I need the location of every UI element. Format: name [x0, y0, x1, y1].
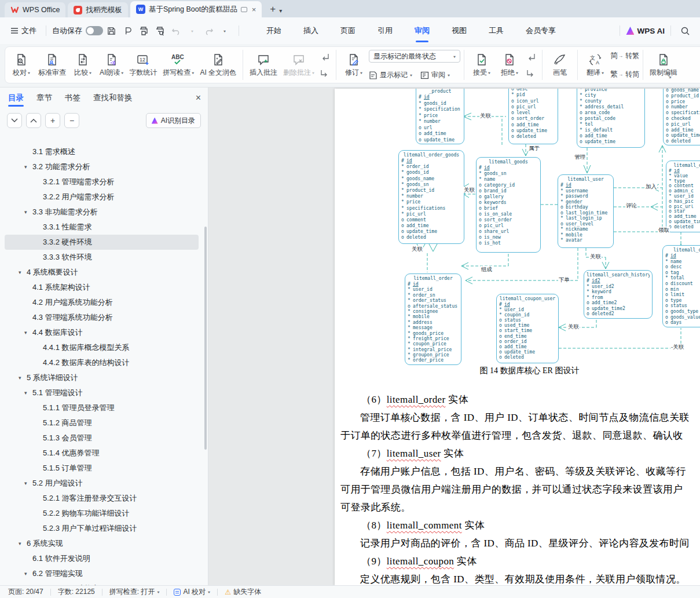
toc-collapse-icon[interactable]: ▾	[24, 209, 32, 215]
toc-item[interactable]: ▾4.4 数据库设计	[5, 325, 199, 340]
read-mode-icon[interactable]	[241, 7, 247, 12]
ai-recognize-toc-button[interactable]: AI识别目录	[146, 113, 201, 128]
menu-item[interactable]: 页面	[335, 23, 361, 38]
file-menu-button[interactable]: 文件	[7, 23, 40, 38]
toc-collapse-icon[interactable]: ▾	[19, 269, 27, 275]
menu-item[interactable]: 审阅	[409, 23, 435, 38]
toc-collapse-icon[interactable]: ▾	[24, 571, 32, 577]
sidebar-tab-sections[interactable]: 章节	[35, 89, 53, 107]
toc-item[interactable]: ▾3.3 非功能需求分析	[5, 205, 199, 220]
spell-check-button[interactable]: ABC 拼写检查▾	[160, 48, 197, 82]
toc-collapse-icon[interactable]: ▾	[24, 480, 32, 486]
wps-ai-button[interactable]: WPS AI	[626, 27, 665, 35]
toc-collapse-icon[interactable]: ▾	[24, 164, 32, 170]
toc-item[interactable]: ▾6.2 管理端实现	[5, 566, 199, 581]
sidebar-tab-bookmarks[interactable]: 书签	[64, 89, 82, 107]
toc-item[interactable]: 4.1 系统架构设计	[5, 280, 199, 295]
toc-item[interactable]: 3.3.1 性能需求	[5, 220, 199, 235]
print-preview-button[interactable]	[152, 23, 167, 38]
review-pane-button[interactable]: 审阅▾	[420, 70, 450, 80]
word-count-button[interactable]: 12 字数统计	[126, 48, 160, 82]
reject-change-button[interactable]: 拒绝▾	[496, 48, 523, 82]
toc-item[interactable]: 4.4.1 数据库概念模型关系	[5, 340, 199, 355]
toc-item[interactable]: ▾6 系统实现	[5, 536, 199, 551]
ai-polish-button[interactable]: AI 全文润色	[197, 48, 239, 82]
toc-item[interactable]: 5.2.1 游客注册登录交互设计	[5, 491, 199, 506]
next-comment-button[interactable]	[318, 67, 331, 79]
accept-change-button[interactable]: 接受▾	[468, 48, 496, 82]
ink-pen-button[interactable]: 画笔	[546, 48, 574, 82]
toc-item[interactable]: 6.1 软件开发说明	[5, 551, 199, 566]
autosave-toggle[interactable]	[86, 26, 103, 35]
next-change-button[interactable]	[525, 67, 537, 79]
toc-item[interactable]: 4.3 管理端系统功能分析	[5, 310, 199, 325]
toc-item[interactable]: 6.2.1 登录功能实现	[5, 581, 199, 585]
toc-expand-all-button[interactable]	[7, 113, 22, 128]
insert-comment-button[interactable]: 插入批注	[247, 48, 280, 82]
print-button[interactable]	[136, 23, 151, 38]
toc-item[interactable]: 3.3.2 硬件环境	[5, 235, 199, 250]
save-button[interactable]	[104, 23, 119, 38]
tab-list-caret-icon[interactable]: ▾	[279, 8, 282, 14]
ai-proofread-status[interactable]: AI 校对▾	[174, 587, 210, 597]
toc-item[interactable]: ▾5.1 管理端设计	[5, 385, 199, 400]
menu-item[interactable]: 工具	[483, 23, 510, 38]
toc-item[interactable]: 3.2.1 管理端需求分析	[5, 174, 199, 189]
missing-font-warning[interactable]: ⚠ 缺失字体	[225, 587, 261, 597]
toc-collapse-icon[interactable]: ▾	[24, 330, 32, 336]
toc-item[interactable]: ▾5 系统详细设计	[5, 370, 199, 385]
tab-document[interactable]: W 基于Spring Boot的蛋糕甜品 ×	[130, 1, 262, 17]
toc-item[interactable]: ▾3.2 功能需求分析	[5, 159, 199, 174]
toc-item[interactable]: 3.2.2 用户端需求分析	[5, 189, 199, 205]
tab-docer[interactable]: 找稻壳模板	[68, 2, 128, 17]
toc-item[interactable]: ▾5.2 用户端设计	[5, 476, 199, 491]
menu-item[interactable]: 开始	[261, 23, 287, 38]
compare-button[interactable]: 比较▾	[69, 48, 97, 82]
dialog-launcher-icon[interactable]: ↘	[666, 72, 672, 80]
show-markup-button[interactable]: 显示标记▾	[369, 70, 412, 80]
document-page[interactable]: _product#id*goods_id*specification*price…	[335, 89, 700, 585]
toc-collapse-all-button[interactable]	[26, 113, 41, 128]
redo-caret-icon[interactable]: ▾	[217, 23, 232, 38]
toc-item[interactable]: 5.2.3 用户下单过程详细设计	[5, 521, 199, 536]
close-sidebar-icon[interactable]: ×	[196, 93, 201, 103]
toc-item[interactable]: 3.1 需求概述	[5, 144, 199, 159]
translate-button[interactable]: 文A 翻译▾	[581, 48, 609, 82]
sidebar-tab-find-replace[interactable]: 查找和替换	[92, 89, 134, 107]
close-tab-icon[interactable]: ×	[252, 5, 256, 14]
toc-item[interactable]: 5.1.2 商品管理	[5, 415, 199, 431]
toc-zoom-out-button[interactable]: −	[64, 113, 79, 128]
toc-item[interactable]: ▾4 系统概要设计	[5, 265, 199, 280]
proofread-button[interactable]: 校对▾	[8, 48, 35, 82]
to-traditional-button[interactable]: 简→转繁	[610, 50, 639, 61]
toc-collapse-icon[interactable]: ▾	[19, 541, 27, 546]
restrict-editing-button[interactable]: 限制编辑	[647, 48, 680, 82]
to-simplified-button[interactable]: 繁→转简	[610, 69, 639, 79]
toc-item[interactable]: 4.2 用户端系统功能分析	[5, 295, 199, 310]
tab-wps-office[interactable]: WPS Office	[5, 2, 65, 17]
menu-item[interactable]: 插入	[298, 23, 324, 38]
previous-comment-button[interactable]	[318, 51, 331, 63]
toc-item[interactable]: 5.1.4 优惠券管理	[5, 446, 199, 461]
sidebar-scrollbar[interactable]	[204, 227, 207, 450]
ai-read-aloud-button[interactable]: AI朗读▾	[97, 48, 126, 82]
sidebar-tab-toc[interactable]: 目录	[7, 89, 25, 107]
previous-change-button[interactable]	[525, 51, 537, 63]
new-tab-button[interactable]: +	[270, 3, 276, 15]
toc-item[interactable]: 5.2.2 购物车功能详细设计	[5, 506, 199, 521]
menu-item[interactable]: 视图	[446, 23, 472, 38]
toc-item[interactable]: 5.1.5 订单管理	[5, 461, 199, 476]
toc-item[interactable]: 4.4.2 数据库表的结构设计	[5, 355, 199, 370]
toc-collapse-icon[interactable]: ▾	[19, 375, 27, 381]
menu-item[interactable]: 引用	[372, 23, 398, 38]
toc-item[interactable]: 3.3.3 软件环境	[5, 250, 199, 265]
toc-zoom-in-button[interactable]: +	[45, 113, 60, 128]
menu-item[interactable]: 会员专享	[520, 23, 562, 38]
toc-collapse-icon[interactable]: ▾	[24, 390, 32, 396]
export-pdf-button[interactable]	[120, 23, 135, 38]
search-button[interactable]	[677, 23, 692, 38]
toc-item[interactable]: 5.1.1 管理员登录管理	[5, 400, 199, 415]
toc-item[interactable]: 5.1.3 会员管理	[5, 431, 199, 446]
track-changes-button[interactable]: 修订▾	[340, 48, 368, 82]
markup-state-dropdown[interactable]: 显示标记的最终状态▾	[369, 50, 460, 63]
